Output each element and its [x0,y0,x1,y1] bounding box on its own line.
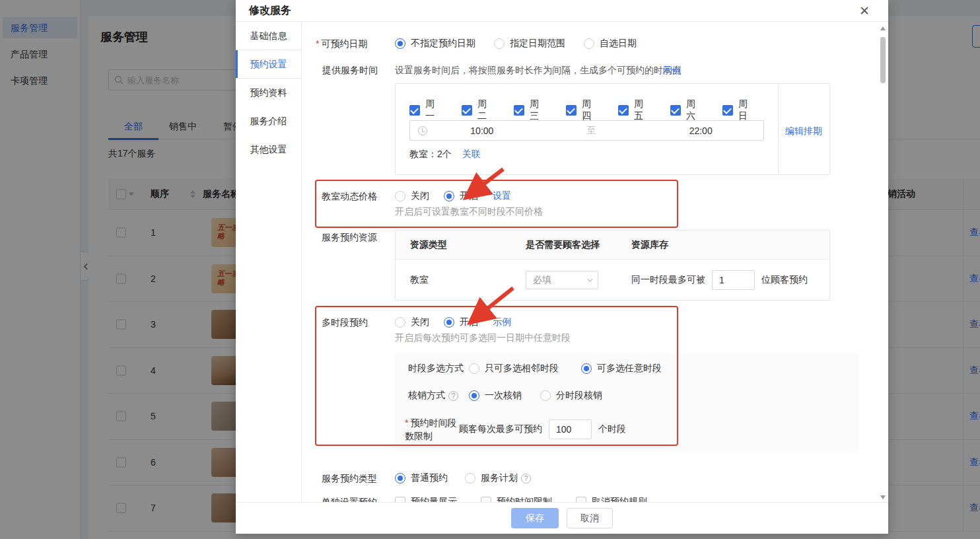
checkbox-icon [722,105,733,116]
radio-service-plan[interactable]: 服务计划 ? [465,472,531,484]
resource-table-row: 教室 必填 同一时段最多可被 位顾客预约 [396,260,829,300]
cancel-button[interactable]: 取消 [567,508,613,528]
radio-label: 开启 [460,190,478,202]
select-value: 必填 [533,274,551,286]
checkbox-label: 周六 [686,98,702,122]
checkbox-sunday[interactable]: 周日 [722,98,754,122]
radio-multi-slot-on[interactable]: 开启 [444,316,478,328]
radio-custom-date[interactable]: 自选日期 [584,38,637,50]
stock-suffix: 位顾客预约 [761,274,808,286]
checkbox-tuesday[interactable]: 周二 [462,98,493,122]
multi-slot-label: 多时段预约 [322,317,368,329]
nav-tab-booking-material[interactable]: 预约资料 [236,79,301,107]
save-button[interactable]: 保存 [511,508,559,528]
time-range-input[interactable]: 10:00 至 22:00 [409,120,764,141]
resource-col-type: 资源类型 [410,239,526,251]
radio-label: 服务计划 [481,472,518,484]
multi-slot-desc: 开启后每次预约可多选同一日期中任意时段 [395,332,571,344]
radio-any-slots[interactable]: 可多选任意时段 [581,363,662,375]
radio-dynamic-price-off[interactable]: 关闭 [395,190,429,202]
stock-prefix: 同一时段最多可被 [631,274,705,286]
nav-tab-basic-info[interactable]: 基础信息 [236,22,301,50]
radio-label: 只可多选相邻时段 [485,363,559,375]
resource-type-value: 教室 [410,274,526,286]
resource-table-header: 资源类型 是否需要顾客选择 资源库存 [396,231,829,260]
booking-date-label: 可预约日期 [316,38,367,50]
question-circle-icon[interactable]: ? [448,391,458,401]
nav-tab-booking-settings[interactable]: 预约设置 [236,50,301,79]
label-text: 核销方式 [408,390,445,402]
service-time-desc: 设置服务时间后，将按照服务时长作为间隔，生成多个可预约的时间点 [395,65,682,77]
checkbox-wednesday[interactable]: 周三 [514,98,545,122]
radio-dynamic-price-on[interactable]: 开启 [444,190,478,202]
question-circle-icon[interactable]: ? [521,474,531,484]
radio-icon [581,363,592,374]
checkbox-monday[interactable]: 周一 [409,98,441,122]
radio-verify-per-slot[interactable]: 分时段核销 [540,390,602,402]
example-link[interactable]: 示例 [662,65,681,77]
radio-label: 开启 [460,316,478,328]
radio-label: 一次核销 [485,390,522,402]
checkbox-label: 周四 [582,98,598,122]
nav-tab-service-intro[interactable]: 服务介绍 [236,107,301,135]
checkbox-icon [462,105,472,116]
radio-adjacent-slots[interactable]: 只可多选相邻时段 [469,363,559,375]
modal-title: 修改服务 [249,4,291,18]
radio-multi-slot-off[interactable]: 关闭 [395,316,429,328]
radio-icon [444,317,454,328]
checkbox-icon [566,105,577,116]
checkbox-label: 周二 [477,98,493,122]
checkbox-saturday[interactable]: 周六 [670,98,702,122]
relate-link[interactable]: 关联 [462,149,481,161]
chevron-down-icon [587,276,592,281]
radio-icon [494,38,505,49]
radio-icon [540,390,551,401]
checkbox-friday[interactable]: 周五 [618,98,650,122]
verify-mode-label: 核销方式 ? [408,390,469,402]
dynamic-price-label: 教室动态价格 [322,191,377,203]
start-time-value: 10:00 [427,126,537,136]
radio-icon [469,363,479,374]
multi-slot-example-link[interactable]: 示例 [493,316,511,328]
modal-scrollbar[interactable] [879,25,887,501]
radio-verify-once[interactable]: 一次核销 [469,390,522,402]
radio-date-range[interactable]: 指定日期范围 [494,38,565,50]
radio-icon [395,38,405,49]
radio-icon [584,38,594,49]
scroll-down-icon[interactable] [880,495,886,499]
checkbox-label: 周三 [530,98,545,122]
modal-nav: 基础信息 预约设置 预约资料 服务介绍 其他设置 [236,22,302,502]
radio-no-fixed-date[interactable]: 不指定预约日期 [395,38,475,50]
radio-normal-booking[interactable]: 普通预约 [395,472,448,484]
checkbox-thursday[interactable]: 周四 [566,98,598,122]
checkbox-icon [409,105,420,116]
required-select[interactable]: 必填 [526,271,598,289]
resource-label: 服务预约资源 [322,232,377,244]
scrollbar-thumb[interactable] [880,37,886,83]
resource-col-choose: 是否需要顾客选择 [526,239,631,251]
slot-limit-prefix: 顾客每次最多可预约 [459,423,542,435]
scroll-up-icon[interactable] [880,26,886,30]
edit-schedule-link[interactable]: 编辑排期 [782,126,825,137]
nav-tab-other-settings[interactable]: 其他设置 [236,135,301,164]
stock-input[interactable] [712,270,755,290]
multi-slot-options: 关闭 开启 示例 [395,316,511,328]
radio-label: 分时段核销 [556,390,602,402]
close-icon[interactable]: ✕ [859,1,870,21]
slot-limit-suffix: 个时段 [598,423,626,435]
dynamic-price-set-link[interactable]: 设置 [493,190,511,202]
service-time-label: 提供服务时间 [322,65,378,77]
radio-icon [395,191,405,201]
radio-label: 普通预约 [411,472,448,484]
booking-type-options: 普通预约 服务计划 ? [395,472,531,484]
radio-label: 指定日期范围 [510,38,565,50]
resource-table: 资源类型 是否需要顾客选择 资源库存 教室 必填 同一时段最多可被 位顾客预约 [395,230,830,301]
dynamic-price-desc: 开启后可设置教室不同时段不同价格 [395,206,543,218]
radio-label: 可多选任意时段 [597,363,662,375]
radio-icon [465,473,475,484]
radio-label: 不指定预约日期 [411,38,475,50]
radio-icon [469,390,479,401]
radio-icon [395,317,405,328]
slot-limit-input[interactable] [549,419,592,439]
checkbox-icon [670,105,681,116]
